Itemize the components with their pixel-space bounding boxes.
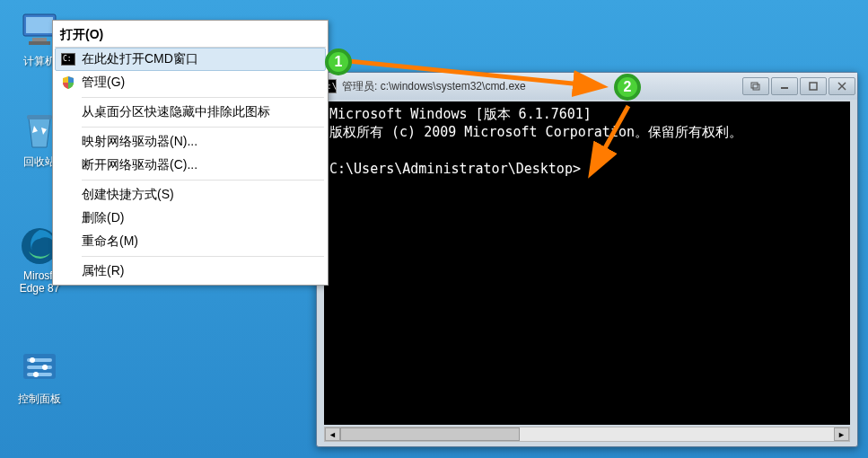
- cmd-window: C:\ 管理员: c:\windows\system32\cmd.exe Mic…: [316, 72, 858, 447]
- cmd-line: Microsoft Windows [版本 6.1.7601]: [329, 106, 592, 122]
- desktop-icon-label: 控制面板: [11, 392, 68, 407]
- menu-separator: [82, 180, 324, 181]
- menu-separator: [82, 256, 324, 257]
- menu-item-label: 在此处打开CMD窗口: [82, 51, 322, 67]
- menu-item[interactable]: 断开网络驱动器(C)...: [55, 154, 326, 177]
- menu-item-label: 创建快捷方式(S): [82, 187, 322, 203]
- svg-rect-13: [753, 84, 759, 90]
- shield-icon: [58, 75, 78, 91]
- blank-icon: [58, 157, 78, 173]
- menu-item[interactable]: C:在此处打开CMD窗口: [55, 48, 326, 71]
- menu-separator: [82, 97, 324, 98]
- horizontal-scrollbar[interactable]: ◄ ►: [324, 427, 850, 442]
- cmd-titlebar[interactable]: C:\ 管理员: c:\windows\system32\cmd.exe: [317, 73, 857, 100]
- menu-item-label: 断开网络驱动器(C)...: [82, 157, 322, 173]
- annotation-marker-1: 1: [325, 48, 352, 75]
- menu-item[interactable]: 删除(D): [55, 207, 326, 230]
- blank-icon: [58, 104, 78, 120]
- close-button[interactable]: [829, 77, 855, 95]
- svg-rect-4: [27, 115, 52, 119]
- blank-icon: [58, 210, 78, 226]
- menu-item-label: 删除(D): [82, 210, 322, 226]
- svg-point-12: [33, 372, 39, 377]
- svg-rect-2: [32, 38, 47, 41]
- context-menu: 打开(O) C:在此处打开CMD窗口管理(G)从桌面分区快速隐藏中排除此图标映射…: [52, 20, 329, 286]
- blank-icon: [58, 187, 78, 203]
- menu-item-label: 从桌面分区快速隐藏中排除此图标: [82, 104, 322, 120]
- cmd-icon: C:: [58, 51, 78, 67]
- svg-rect-9: [27, 373, 52, 376]
- menu-item[interactable]: 管理(G): [55, 71, 326, 94]
- minimize-button[interactable]: [771, 77, 798, 95]
- scroll-track[interactable]: [340, 427, 834, 441]
- menu-item-label: 管理(G): [82, 75, 322, 91]
- svg-point-10: [30, 357, 35, 363]
- svg-rect-16: [810, 83, 817, 90]
- scroll-right-button[interactable]: ►: [834, 427, 849, 441]
- desktop-icon-control[interactable]: 控制面板: [11, 347, 68, 407]
- blank-icon: [58, 134, 78, 150]
- menu-item-label: 属性(R): [82, 263, 322, 279]
- cmd-prompt: C:\Users\Administrator\Desktop>: [329, 161, 581, 177]
- cmd-title: 管理员: c:\windows\system32\cmd.exe: [342, 79, 741, 94]
- svg-rect-1: [26, 17, 53, 33]
- cmd-body[interactable]: Microsoft Windows [版本 6.1.7601] 版权所有 (c)…: [324, 101, 850, 425]
- svg-point-11: [42, 365, 48, 370]
- menu-item[interactable]: 创建快捷方式(S): [55, 183, 326, 207]
- blank-icon: [58, 233, 78, 250]
- menu-item[interactable]: 属性(R): [55, 260, 326, 283]
- annotation-marker-2: 2: [614, 74, 641, 101]
- menu-item-open[interactable]: 打开(O): [55, 22, 326, 48]
- maximize-button[interactable]: [800, 77, 827, 95]
- scroll-left-button[interactable]: ◄: [325, 427, 340, 441]
- svg-rect-3: [29, 41, 50, 45]
- cmd-line: 版权所有 (c) 2009 Microsoft Corporation。保留所有…: [329, 124, 742, 140]
- menu-separator: [82, 127, 324, 128]
- svg-rect-14: [751, 83, 758, 88]
- menu-item-label: 重命名(M): [82, 233, 322, 250]
- menu-item[interactable]: 重命名(M): [55, 230, 326, 253]
- control-panel-icon: [18, 347, 61, 390]
- menu-item[interactable]: 映射网络驱动器(N)...: [55, 130, 326, 154]
- svg-rect-8: [27, 366, 52, 369]
- menu-item-label: 映射网络驱动器(N)...: [82, 134, 322, 150]
- blank-icon: [58, 263, 78, 279]
- menu-item[interactable]: 从桌面分区快速隐藏中排除此图标: [55, 101, 326, 124]
- scroll-thumb[interactable]: [340, 427, 520, 441]
- cascade-button[interactable]: [742, 77, 769, 95]
